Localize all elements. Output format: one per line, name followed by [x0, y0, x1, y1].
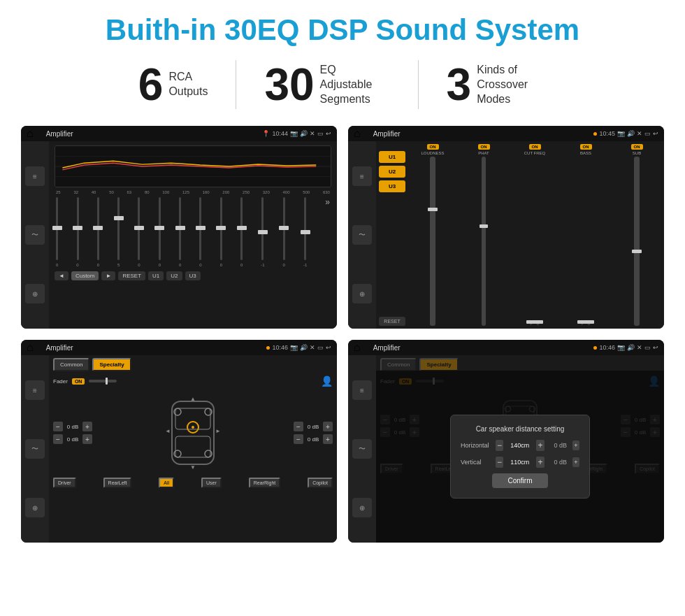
eq-slider-7: 0 [199, 197, 201, 267]
dialog-sidebar-btn3[interactable]: ⊕ [352, 498, 372, 517]
home-icon-2[interactable]: ⌂ [354, 127, 361, 140]
screen4-content: ≡ 〜 ⊕ Common Specialty Fader ON [348, 355, 664, 543]
stat-crossover: 3 Kinds ofCrossover Modes [419, 62, 575, 107]
home-icon[interactable]: ⌂ [27, 127, 34, 140]
dot-icon-2 [593, 132, 597, 136]
preset-u2[interactable]: U2 [379, 166, 405, 178]
fader-profile-icon: 👤 [321, 375, 333, 387]
loudness-slider[interactable] [430, 157, 435, 326]
preset-u1[interactable]: U1 [379, 151, 405, 163]
page-title: Buith-in 30EQ DSP Sound System [21, 14, 664, 46]
dialog-horizontal-plus[interactable]: + [536, 440, 545, 451]
eq-sidebar-btn3[interactable]: ⊕ [25, 284, 45, 303]
home-icon-3[interactable]: ⌂ [27, 341, 34, 354]
eq-custom-btn[interactable]: Custom [71, 271, 99, 280]
svg-text:▼: ▼ [190, 464, 196, 471]
status-icons-3: 10:46 📷 🔊 ✕ ▭ ↩ [266, 344, 331, 351]
ctrl-sub: ON SUB [612, 144, 661, 326]
vol-br-plus[interactable]: + [323, 434, 333, 444]
car-svg-wrapper: ▲ ▼ ◄ ► [98, 391, 288, 475]
dialog-vertical-minus[interactable]: − [496, 457, 504, 468]
dialog-confirm-button[interactable]: Confirm [492, 473, 548, 488]
vol-bl-val: 0 dB [65, 436, 80, 443]
bass-on: ON [580, 144, 592, 150]
eq-u3-btn[interactable]: U3 [185, 271, 201, 280]
vol-bl-plus[interactable]: + [82, 434, 92, 444]
stat-eq: 30 EQ AdjustableSegments [236, 62, 417, 107]
eq-reset-btn[interactable]: RESET [118, 271, 145, 280]
dialog-right-plus2[interactable]: + [572, 457, 579, 467]
screen4-time: 10:46 [599, 344, 615, 351]
home-icon-4[interactable]: ⌂ [354, 341, 361, 354]
vol-tr-plus[interactable]: + [323, 422, 333, 431]
eq-play-btn[interactable]: ► [101, 271, 115, 280]
tab-common-4: Common [380, 358, 417, 371]
vol-row-bl: − 0 dB + [53, 434, 92, 444]
svg-point-8 [192, 426, 194, 429]
close-icon-3: ✕ [310, 344, 315, 351]
cross-sidebar-btn2[interactable]: 〜 [25, 439, 45, 459]
btn-all[interactable]: All [159, 478, 174, 488]
amp-sidebar-btn2[interactable]: 〜 [352, 225, 372, 245]
dialog-horizontal-minus[interactable]: − [496, 440, 504, 451]
left-sidebar-1: ≡ 〜 ⊕ [21, 141, 49, 329]
dialog-overlay: Car speaker distance setting Horizontal … [376, 371, 664, 543]
ctrl-bass: ON BASS F [561, 144, 610, 326]
eq-slider-11: 0 [283, 197, 285, 267]
btn-copilot[interactable]: Copilot [308, 478, 333, 488]
phat-slider[interactable] [482, 157, 486, 326]
eq-slider-1: 0 [76, 197, 78, 267]
screen-equalizer: ⌂ Amplifier 📍 10:44 📷 🔊 ✕ ▭ ↩ ≡ 〜 ⊕ [21, 126, 337, 329]
bass-label: BASS [580, 151, 591, 155]
vol-tl-minus[interactable]: − [53, 422, 63, 431]
status-bar-4: ⌂ Amplifier 10:46 📷 🔊 ✕ ▭ ↩ [348, 340, 664, 355]
close-icon-4: ✕ [637, 344, 642, 351]
vol-row-tr: − 0 dB + [294, 422, 333, 431]
sub-slider[interactable] [634, 157, 640, 326]
vol-bl-minus[interactable]: − [53, 434, 63, 444]
btn-driver[interactable]: Driver [53, 478, 76, 488]
crossover-tabs: Common Specialty [53, 358, 333, 371]
vol-br-minus[interactable]: − [294, 434, 303, 444]
dialog-sidebar-btn2[interactable]: 〜 [352, 439, 372, 459]
volume-icon: 🔊 [300, 130, 308, 137]
vol-tr-minus[interactable]: − [294, 422, 303, 431]
tab-specialty[interactable]: Specialty [92, 358, 131, 371]
preset-u3[interactable]: U3 [379, 180, 405, 192]
cross-sidebar-btn3[interactable]: ⊕ [25, 498, 45, 517]
dialog-right-plus[interactable]: + [572, 440, 579, 450]
screen1-title: Amplifier [41, 126, 259, 141]
tab-specialty-4: Specialty [419, 358, 458, 371]
amp-main: U1 U2 U3 RESET ON LOUDNESS [376, 141, 664, 329]
back-icon-4: ↩ [653, 344, 658, 351]
screen1-time: 10:44 [272, 130, 288, 137]
fader-track[interactable] [89, 380, 117, 382]
close-icon-2: ✕ [637, 130, 642, 137]
screen-crossover: ⌂ Amplifier 10:46 📷 🔊 ✕ ▭ ↩ ≡ 〜 ⊕ [21, 340, 337, 543]
btn-rearleft[interactable]: RearLeft [103, 478, 132, 488]
svg-text:►: ► [215, 428, 221, 434]
amp-reset[interactable]: RESET [379, 317, 405, 326]
phat-on: ON [478, 144, 490, 150]
status-bar-2: ⌂ Amplifier 10:45 📷 🔊 ✕ ▭ ↩ [348, 126, 664, 141]
eq-slider-12: -1 [303, 197, 307, 267]
tab-common[interactable]: Common [53, 358, 89, 371]
eq-sidebar-btn1[interactable]: ≡ [25, 166, 45, 186]
eq-prev-btn[interactable]: ◄ [55, 271, 68, 280]
amp-sidebar-btn1[interactable]: ≡ [352, 166, 372, 186]
vol-tl-plus[interactable]: + [82, 422, 92, 431]
eq-u2-btn[interactable]: U2 [166, 271, 182, 280]
btn-user[interactable]: User [201, 478, 222, 488]
window-icon-2: ▭ [644, 130, 651, 137]
eq-slider-2: 0 [97, 197, 99, 267]
dialog-sidebar-btn1[interactable]: ≡ [352, 380, 372, 400]
btn-rearright[interactable]: RearRight [249, 478, 281, 488]
dialog-row-vertical: Vertical − 110cm + 0 dB + [461, 457, 579, 468]
dialog-row-horizontal: Horizontal − 140cm + 0 dB + [461, 440, 579, 451]
cross-sidebar-btn1[interactable]: ≡ [25, 380, 45, 400]
eq-slider-0: 0 [56, 197, 58, 267]
dialog-vertical-plus[interactable]: + [536, 457, 545, 468]
eq-u1-btn[interactable]: U1 [148, 271, 164, 280]
amp-sidebar-btn3[interactable]: ⊕ [352, 284, 372, 303]
eq-sidebar-btn2[interactable]: 〜 [25, 225, 45, 245]
